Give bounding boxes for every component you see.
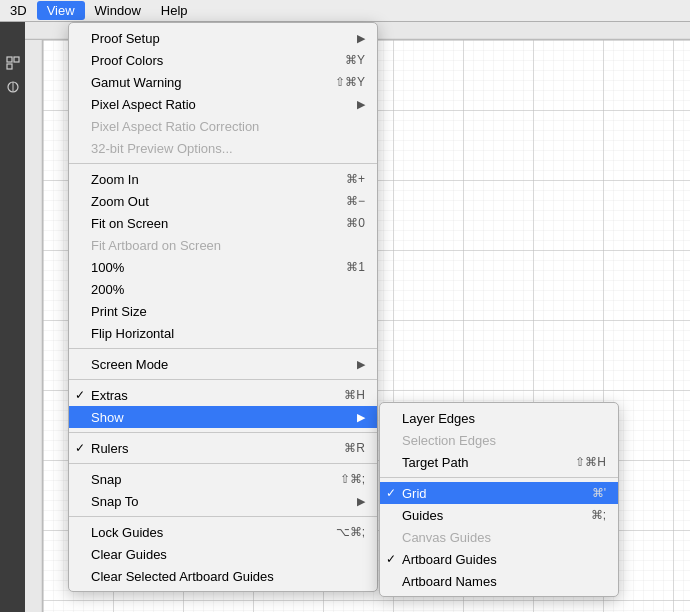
selection-edges-label: Selection Edges <box>402 433 496 448</box>
menu-item-200pct[interactable]: 200% <box>69 278 377 300</box>
ruler-vertical <box>25 40 43 612</box>
guides-label: Guides <box>402 508 443 523</box>
menu-item-show[interactable]: Show ▶ <box>69 406 377 428</box>
menu-item-pixel-aspect-ratio[interactable]: Pixel Aspect Ratio ▶ <box>69 93 377 115</box>
proof-colors-shortcut: ⌘Y <box>345 53 365 67</box>
menu-item-100pct[interactable]: 100% ⌘1 <box>69 256 377 278</box>
zoom-in-shortcut: ⌘+ <box>346 172 365 186</box>
separator-6 <box>69 516 377 517</box>
submenu-item-guides[interactable]: Guides ⌘; <box>380 504 618 526</box>
menu-item-zoom-out[interactable]: Zoom Out ⌘− <box>69 190 377 212</box>
submenu-item-artboard-guides[interactable]: ✓ Artboard Guides <box>380 548 618 570</box>
grid-check: ✓ <box>386 486 396 500</box>
rulers-check: ✓ <box>75 441 85 455</box>
separator-1 <box>69 163 377 164</box>
menu-item-flip-horizontal[interactable]: Flip Horizontal <box>69 322 377 344</box>
separator-2 <box>69 348 377 349</box>
100pct-label: 100% <box>91 260 124 275</box>
flip-horizontal-label: Flip Horizontal <box>91 326 174 341</box>
guides-shortcut: ⌘; <box>591 508 606 522</box>
proof-setup-label: Proof Setup <box>91 31 160 46</box>
svg-rect-0 <box>7 57 12 62</box>
menu-item-proof-colors[interactable]: Proof Colors ⌘Y <box>69 49 377 71</box>
fit-on-screen-label: Fit on Screen <box>91 216 168 231</box>
zoom-in-label: Zoom In <box>91 172 139 187</box>
menubar-item-window[interactable]: Window <box>85 1 151 20</box>
pixel-aspect-ratio-arrow: ▶ <box>357 98 365 111</box>
submenu-item-target-path[interactable]: Target Path ⇧⌘H <box>380 451 618 473</box>
menu-item-extras[interactable]: ✓ Extras ⌘H <box>69 384 377 406</box>
menu-item-pixel-aspect-correction: Pixel Aspect Ratio Correction <box>69 115 377 137</box>
separator-3 <box>69 379 377 380</box>
menu-item-snap-to[interactable]: Snap To ▶ <box>69 490 377 512</box>
canvas-guides-label: Canvas Guides <box>402 530 491 545</box>
menubar-item-help[interactable]: Help <box>151 1 198 20</box>
menu-item-clear-guides[interactable]: Clear Guides <box>69 543 377 565</box>
screen-mode-label: Screen Mode <box>91 357 168 372</box>
snap-to-arrow: ▶ <box>357 495 365 508</box>
artboard-guides-check: ✓ <box>386 552 396 566</box>
lock-guides-shortcut: ⌥⌘; <box>336 525 365 539</box>
menu-item-gamut-warning[interactable]: Gamut Warning ⇧⌘Y <box>69 71 377 93</box>
menubar: 3D View Window Help <box>0 0 690 22</box>
menu-item-print-size[interactable]: Print Size <box>69 300 377 322</box>
menu-item-screen-mode[interactable]: Screen Mode ▶ <box>69 353 377 375</box>
submenu-item-artboard-names[interactable]: Artboard Names <box>380 570 618 592</box>
show-label: Show <box>91 410 124 425</box>
view-dropdown-menu: Proof Setup ▶ Proof Colors ⌘Y Gamut Warn… <box>68 22 378 592</box>
show-arrow: ▶ <box>357 411 365 424</box>
svg-rect-2 <box>7 64 12 69</box>
clear-selected-label: Clear Selected Artboard Guides <box>91 569 274 584</box>
lock-guides-label: Lock Guides <box>91 525 163 540</box>
proof-setup-arrow: ▶ <box>357 32 365 45</box>
rulers-label: Rulers <box>91 441 129 456</box>
menu-item-proof-setup[interactable]: Proof Setup ▶ <box>69 27 377 49</box>
grid-label: Grid <box>402 486 427 501</box>
menu-item-32bit-preview: 32-bit Preview Options... <box>69 137 377 159</box>
target-path-shortcut: ⇧⌘H <box>575 455 606 469</box>
fit-on-screen-shortcut: ⌘0 <box>346 216 365 230</box>
print-size-label: Print Size <box>91 304 147 319</box>
artboard-names-label: Artboard Names <box>402 574 497 589</box>
show-submenu: Layer Edges Selection Edges Target Path … <box>379 402 619 597</box>
snap-label: Snap <box>91 472 121 487</box>
extras-check: ✓ <box>75 388 85 402</box>
snap-to-label: Snap To <box>91 494 138 509</box>
pixel-aspect-correction-label: Pixel Aspect Ratio Correction <box>91 119 259 134</box>
svg-rect-1 <box>14 57 19 62</box>
gamut-warning-shortcut: ⇧⌘Y <box>335 75 365 89</box>
layer-edges-label: Layer Edges <box>402 411 475 426</box>
100pct-shortcut: ⌘1 <box>346 260 365 274</box>
submenu-item-selection-edges: Selection Edges <box>380 429 618 451</box>
submenu-item-layer-edges[interactable]: Layer Edges <box>380 407 618 429</box>
menu-item-lock-guides[interactable]: Lock Guides ⌥⌘; <box>69 521 377 543</box>
menu-item-fit-on-screen[interactable]: Fit on Screen ⌘0 <box>69 212 377 234</box>
submenu-item-grid[interactable]: ✓ Grid ⌘' <box>380 482 618 504</box>
zoom-out-shortcut: ⌘− <box>346 194 365 208</box>
menu-item-zoom-in[interactable]: Zoom In ⌘+ <box>69 168 377 190</box>
zoom-out-label: Zoom Out <box>91 194 149 209</box>
target-path-label: Target Path <box>402 455 469 470</box>
menubar-item-3d[interactable]: 3D <box>0 1 37 20</box>
menubar-item-view[interactable]: View <box>37 1 85 20</box>
menu-item-snap[interactable]: Snap ⇧⌘; <box>69 468 377 490</box>
artboard-guides-label: Artboard Guides <box>402 552 497 567</box>
menu-item-clear-selected-artboard-guides[interactable]: Clear Selected Artboard Guides <box>69 565 377 587</box>
toolbar-icon-2 <box>2 76 24 98</box>
separator-5 <box>69 463 377 464</box>
submenu-item-canvas-guides: Canvas Guides <box>380 526 618 548</box>
toolbar <box>0 22 25 612</box>
separator-4 <box>69 432 377 433</box>
proof-colors-label: Proof Colors <box>91 53 163 68</box>
submenu-separator-1 <box>380 477 618 478</box>
fit-artboard-label: Fit Artboard on Screen <box>91 238 221 253</box>
toolbar-icon-1 <box>2 52 24 74</box>
menu-item-fit-artboard: Fit Artboard on Screen <box>69 234 377 256</box>
32bit-label: 32-bit Preview Options... <box>91 141 233 156</box>
rulers-shortcut: ⌘R <box>344 441 365 455</box>
200pct-label: 200% <box>91 282 124 297</box>
gamut-warning-label: Gamut Warning <box>91 75 182 90</box>
extras-label: Extras <box>91 388 128 403</box>
grid-shortcut: ⌘' <box>592 486 606 500</box>
menu-item-rulers[interactable]: ✓ Rulers ⌘R <box>69 437 377 459</box>
